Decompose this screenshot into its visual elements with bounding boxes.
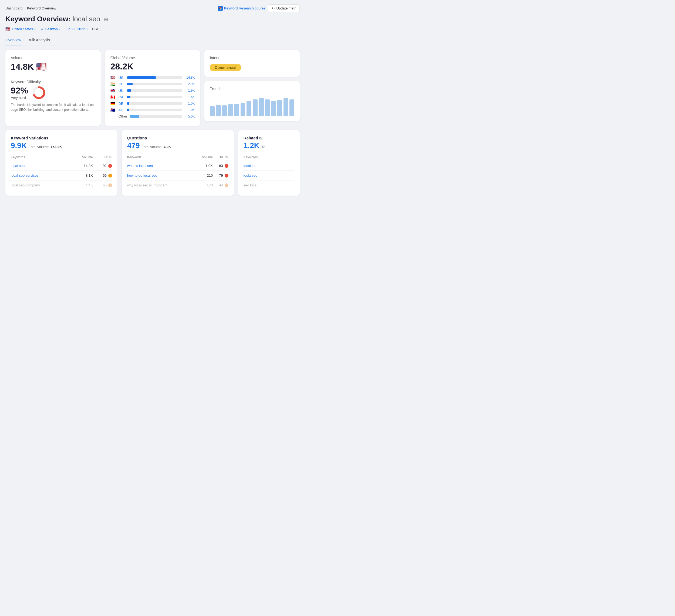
gv-bar-bg [127,109,182,111]
gv-country-au[interactable]: AU [119,108,125,112]
global-volume-label: Global Volume [110,56,195,60]
currency-label: USD [92,27,99,31]
trend-bar [228,104,233,116]
course-icon: 📚 [218,6,223,11]
gv-bar-fill [127,89,131,92]
q-keyword-link[interactable]: how to do local seo [127,174,157,178]
kv-table: Keywords Volume KD % local seo 14.8K 92 [11,154,112,190]
q-stats: 479 Total volume: 4.9K [127,141,228,150]
kv-kd: 92 [93,161,112,171]
table-row: local seo services 8.1K 66 [11,171,112,181]
gv-row-au: 🇦🇺 AU 1.0K [110,108,195,112]
kv-col-keywords: Keywords [11,154,71,161]
intent-trend-column: Intent Commercial Trend [204,50,300,126]
gv-amount-in: 2.9K [184,82,195,86]
q-col-volume: Volume [195,154,213,161]
rk-keyword-link-muted[interactable]: seo local [243,183,257,187]
gv-amount-us: 14.8K [184,76,195,79]
q-keyword-link[interactable]: what is local seo [127,164,153,168]
global-volume-rows: 🇺🇸 US 14.8K 🇮🇳 IN 2.9K 🇬🇧 UK 1.9K [110,75,195,118]
kv-title: Keyword Variations [11,136,112,140]
table-row: how to do local seo 210 79 [127,171,228,181]
gv-bar-bg [130,115,182,118]
gv-country-in[interactable]: IN [119,82,125,86]
rk-keyword-link[interactable]: localseo [243,164,256,168]
keyword-variations-card: Keyword Variations 9.9K Total volume: 15… [5,130,118,196]
top-right-actions: 📚 Keyword Research course ↻ Update metr [218,4,300,12]
gv-country-ca[interactable]: CA [119,95,125,99]
add-keyword-icon[interactable]: ⊕ [104,16,108,22]
gv-amount-au: 1.0K [184,108,195,112]
au-flag: 🇦🇺 [110,108,117,112]
gv-country-us[interactable]: US [119,76,125,80]
device-filter[interactable]: 🖥 Desktop ▾ [40,27,61,31]
table-row: localseo [243,161,294,171]
q-keyword-link-muted[interactable]: why local seo is important [127,183,167,187]
date-filter[interactable]: Jun 22, 2022 ▾ [65,27,88,31]
breadcrumb-separator: › [24,6,25,10]
trend-bar [289,99,294,116]
q-count: 479 [127,141,140,150]
trend-label: Trend [210,86,294,91]
kv-total-vol: 153.2K [51,145,62,149]
gv-bar-bg [127,83,182,85]
country-filter[interactable]: 🇺🇸 United States ▾ [5,26,35,31]
intent-card: Intent Commercial [204,50,300,77]
kv-total-vol-label: Total volume: 153.2K [29,145,62,149]
kv-kd: 66 [93,171,112,181]
gv-row-us: 🇺🇸 US 14.8K [110,75,195,80]
de-flag: 🇩🇪 [110,101,117,106]
tabs: Overview Bulk Analysis [5,36,300,46]
global-volume-value: 28.2K [110,62,195,72]
kd-dot-light [225,184,228,187]
trend-bar [234,104,239,116]
kv-keyword-link[interactable]: local seo services [11,174,39,178]
gv-row-other: Other 5.0K [110,114,195,118]
kv-keyword-link-muted[interactable]: local seo company [11,183,40,187]
gv-bar-bg [127,89,182,92]
kd-dot-light [108,184,112,187]
gv-bar-bg [127,76,182,79]
rk-keyword-link[interactable]: locla seo [243,174,257,178]
q-kd-muted: 44 [213,181,228,190]
rk-title: Related K [243,136,294,140]
gv-country-de[interactable]: DE [119,101,125,106]
chevron-down-icon: ▾ [34,27,35,30]
gv-country-uk[interactable]: UK [119,89,125,93]
related-keywords-card: Related K 1.2K To Keywords localseo locl… [238,130,300,196]
us-flag: 🇺🇸 [36,62,47,72]
course-link[interactable]: 📚 Keyword Research course [218,6,265,11]
breadcrumb-home[interactable]: Dashboard [5,6,23,10]
kv-count: 9.9K [11,141,27,150]
kv-keyword-link[interactable]: local seo [11,164,24,168]
gv-bar-fill [127,83,133,85]
us-flag: 🇺🇸 [110,75,117,80]
kd-row: 92% Very hard [11,86,95,100]
gv-bar-fill [127,96,130,98]
chevron-down-icon: ▾ [86,27,88,30]
q-kd: 83 [213,161,228,171]
kd-dot-red [108,164,112,168]
rk-total-label: To [261,145,266,149]
q-col-keywords: Keywords [127,154,195,161]
uk-flag: 🇬🇧 [110,88,117,93]
q-title: Questions [127,136,228,140]
trend-bar [216,105,221,116]
gv-bar-fill [127,102,129,105]
gv-row-de: 🇩🇪 DE 1.0K [110,101,195,106]
kv-volume: 8.1K [71,171,93,181]
tab-bulk-analysis[interactable]: Bulk Analysis [27,36,50,46]
ca-flag: 🇨🇦 [110,95,117,99]
update-metrics-button[interactable]: ↻ Update metr [268,4,300,12]
breadcrumb-current: Keyword Overview [27,6,56,10]
q-volume: 1.0K [195,161,213,171]
gv-bar-fill [130,115,139,118]
kd-text: Very hard [11,96,28,100]
trend-bars [210,94,294,116]
gv-row-ca: 🇨🇦 CA 1.6K [110,95,195,99]
rk-count: 1.2K [243,141,259,150]
refresh-icon: ↻ [272,6,275,10]
kd-donut-chart [32,86,46,100]
tab-overview[interactable]: Overview [5,36,21,46]
table-row: what is local seo 1.0K 83 [127,161,228,171]
